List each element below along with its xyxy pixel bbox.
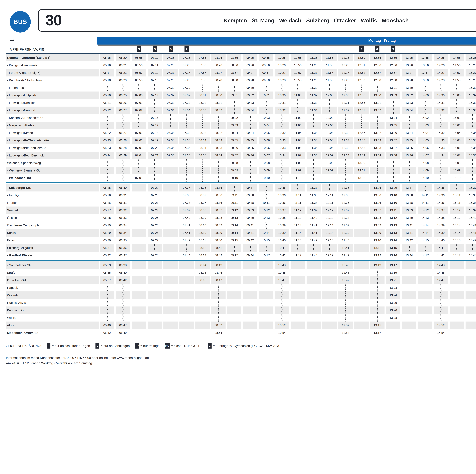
time-cell: 05.32: [99, 252, 115, 259]
skip-squiggle-icon: [234, 99, 235, 107]
time-cell: 14.45: [433, 269, 449, 277]
skip-squiggle-icon: [249, 114, 251, 122]
time-cell: 12.52: [338, 322, 354, 329]
skip-squiggle-icon: [249, 167, 251, 174]
time-cell: 07.25: [147, 214, 163, 222]
skip-squiggle-icon: [424, 84, 426, 92]
time-cell: 08.26: [210, 62, 226, 69]
time-cell: [99, 292, 115, 299]
skip-squiggle-icon: [265, 192, 267, 199]
symbol-cell-col10: [242, 46, 258, 53]
time-cell: 14.52: [433, 322, 449, 329]
skip-squiggle-icon: [345, 84, 346, 92]
time-cell: [179, 292, 194, 299]
time-cell: [131, 122, 147, 129]
skip-squiggle-icon: [377, 174, 378, 182]
time-cell: 12.34: [338, 152, 354, 159]
time-cell: 12.36: [338, 199, 354, 207]
time-cell: 11.44: [306, 252, 322, 259]
skip-squiggle-icon: [392, 167, 394, 174]
legend-row: ZEICHENERKLÄRUNG: F= nur an schulfreien …: [6, 343, 279, 348]
symbols-name-spacer: [6, 46, 99, 53]
time-cell: 13.41: [401, 222, 417, 229]
time-cell: [242, 314, 258, 322]
time-cell: 09.36: [242, 152, 258, 159]
time-cell: 13.04: [385, 114, 401, 122]
skip-squiggle-icon: [202, 84, 203, 92]
time-cell: 13.15: [369, 322, 385, 329]
stop-name: Ruchis, Abzw.: [6, 299, 99, 307]
time-cell: [369, 307, 385, 314]
skip-squiggle-icon: [377, 167, 378, 174]
legend-item-Fr: Fr= nur freitags: [135, 343, 159, 348]
time-cell: [449, 184, 465, 192]
time-cell: [99, 122, 115, 129]
time-cell: [147, 277, 163, 284]
time-cell: 10.55: [290, 54, 306, 62]
time-cell: [194, 329, 210, 337]
time-cell: 14.10: [417, 174, 433, 182]
time-cell: [401, 307, 417, 314]
time-cell: 14.36: [433, 199, 449, 207]
time-cell: 11.58: [322, 77, 338, 84]
time-cell: 06.36: [115, 244, 131, 252]
time-cell: 12.31: [338, 99, 354, 107]
time-cell: 11.12: [290, 207, 306, 214]
time-cell: 15.33: [465, 99, 476, 107]
time-cell: 13.10: [385, 199, 401, 207]
time-cell: [417, 322, 433, 329]
time-cell: 12.40: [338, 237, 354, 244]
skip-squiggle-icon: [329, 99, 330, 107]
time-cell: [179, 122, 194, 129]
skip-squiggle-icon: [472, 159, 474, 167]
time-cell: 07.26: [147, 222, 163, 229]
time-cell: 07.16: [147, 114, 163, 122]
time-cell: [354, 284, 369, 292]
time-cell: [338, 299, 354, 307]
time-cell: 12.30: [338, 92, 354, 99]
time-cell: 15.35: [465, 144, 476, 152]
trip-symbol-S: S: [359, 46, 364, 52]
time-cell: [163, 314, 179, 322]
skip-squiggle-icon: [154, 244, 155, 252]
time-cell: 07.34: [179, 129, 194, 137]
skip-squiggle-icon: [122, 122, 124, 129]
time-cell: 12.32: [338, 129, 354, 137]
time-cell: 10.33: [274, 144, 290, 152]
time-cell: 06.40: [115, 269, 131, 277]
time-cell: [354, 237, 369, 244]
skip-squiggle-icon: [345, 307, 346, 314]
time-cell: 12.11: [322, 199, 338, 207]
time-cell: [258, 322, 274, 329]
time-cell: [179, 244, 194, 252]
time-cell: 11.28: [306, 77, 322, 84]
time-cell: [306, 244, 322, 252]
stop-row: Straß05.3506.4008.1608.4510.4512.4513.19…: [6, 269, 476, 277]
time-cell: 14.30: [433, 92, 449, 99]
time-cell: [417, 262, 433, 269]
time-cell: 12.58: [385, 77, 401, 84]
time-cell: 07.00: [131, 92, 147, 99]
skip-squiggle-icon: [138, 122, 140, 129]
time-cell: 06.22: [115, 69, 131, 77]
time-cell: [417, 184, 433, 192]
time-cell: [163, 322, 179, 329]
stop-row: - Ludwigstr./Betr. Berchtold05.2406.2907…: [6, 152, 476, 159]
time-cell: 10.57: [290, 69, 306, 77]
time-cell: [385, 174, 401, 182]
time-cell: 12.39: [338, 229, 354, 237]
time-cell: 11.42: [306, 237, 322, 244]
time-cell: 08.14: [194, 262, 210, 269]
time-cell: 10.47: [274, 277, 290, 284]
time-cell: 08.36: [210, 199, 226, 207]
time-cell: 07.27: [147, 237, 163, 244]
skip-squiggle-icon: [122, 284, 124, 292]
time-cell: [354, 84, 369, 92]
time-cell: 12.41: [338, 244, 354, 252]
time-cell: 10.31: [274, 99, 290, 107]
time-cell: 09.35: [242, 144, 258, 152]
time-cell: 08.10: [194, 229, 210, 237]
time-cell: [369, 269, 385, 277]
time-cell: [274, 292, 290, 299]
skip-squiggle-icon: [456, 84, 458, 92]
